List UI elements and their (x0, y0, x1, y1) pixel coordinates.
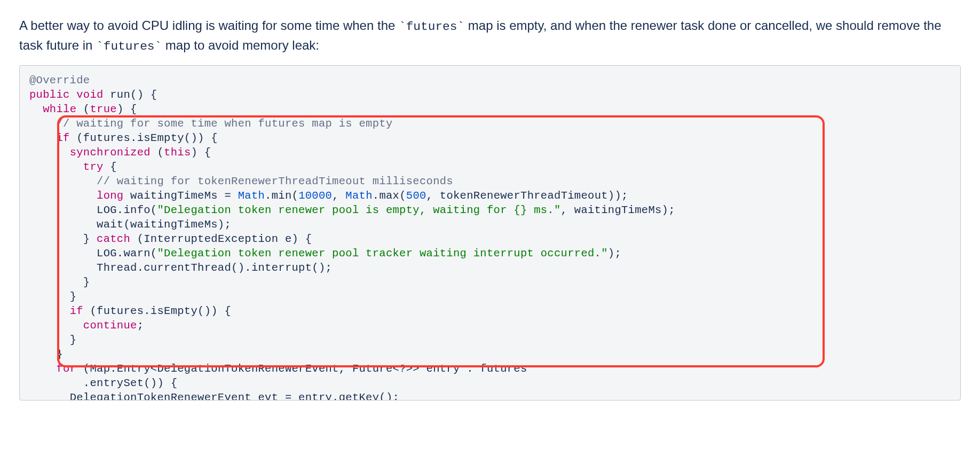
code-text: run() { (104, 89, 157, 101)
inline-code-futures-1: `futures` (399, 20, 464, 34)
code-indent (29, 117, 56, 130)
code-text: .entrySet()) { (83, 377, 177, 389)
code-content: @Override public void run() { while (tru… (20, 66, 960, 401)
code-text: } (70, 291, 77, 303)
code-keyword: this (164, 146, 191, 159)
code-text: LOG.info( (97, 204, 157, 216)
code-text: ( (151, 146, 164, 159)
code-keyword: for (56, 363, 76, 375)
code-text: , waitingTimeMs); (561, 204, 675, 216)
prose-text: A better way to avoid CPU idling is wait… (19, 18, 399, 33)
code-text: (Map.Entry<DelegationTokenRenewerEvent, … (76, 363, 527, 375)
code-indent (29, 132, 56, 144)
code-indent (29, 218, 97, 231)
code-text: ) { (191, 146, 211, 159)
page-root: A better way to avoid CPU idling is wait… (0, 0, 980, 401)
code-indent (29, 103, 43, 115)
code-text: LOG.warn( (97, 247, 157, 260)
code-text: waitingTimeMs = (123, 190, 238, 202)
code-annotation: @Override (29, 74, 90, 87)
code-class: Math (238, 190, 265, 202)
code-indent (29, 348, 56, 360)
code-text: } (56, 348, 63, 360)
code-text: .max( (373, 190, 406, 202)
code-indent (29, 190, 97, 202)
code-indent (29, 291, 70, 303)
code-keyword: catch (97, 233, 130, 245)
code-text: } (70, 334, 77, 346)
inline-code-futures-2: `futures` (96, 40, 162, 53)
code-indent (29, 247, 97, 260)
code-indent (29, 204, 97, 216)
code-string: "Delegation token renewer pool tracker w… (157, 247, 607, 260)
code-indent (29, 363, 56, 375)
code-comment: // waiting for some time when futures ma… (56, 117, 392, 130)
code-keyword: continue (83, 319, 137, 332)
code-text: } (83, 233, 97, 245)
code-indent (29, 377, 83, 389)
code-keyword: long (97, 190, 123, 202)
code-indent (29, 334, 70, 346)
code-keyword: try (83, 161, 104, 173)
code-indent (29, 262, 97, 274)
code-indent (29, 305, 70, 317)
code-number: 10000 (298, 190, 332, 202)
code-literal: true (90, 103, 116, 115)
code-indent (29, 391, 70, 401)
code-text: wait(waitingTimeMs); (97, 218, 231, 231)
code-indent (29, 146, 70, 159)
code-comment: // waiting for tokenRenewerThreadTimeout… (97, 175, 453, 187)
code-indent (29, 161, 83, 173)
code-text: ; (137, 319, 144, 332)
code-text: ) { (117, 103, 137, 115)
code-text: (futures.isEmpty()) { (70, 132, 218, 144)
code-indent (29, 276, 83, 288)
code-keyword: public (29, 89, 70, 101)
code-text: DelegationTokenRenewerEvent evt = entry.… (70, 391, 400, 401)
code-text: ); (608, 247, 621, 260)
code-keyword: if (56, 132, 69, 144)
code-text: , tokenRenewerThreadTimeout)); (426, 190, 628, 202)
code-number: 500 (406, 190, 426, 202)
code-indent (29, 175, 97, 187)
explanatory-paragraph: A better way to avoid CPU idling is wait… (19, 16, 961, 56)
code-keyword: void (76, 89, 103, 101)
code-text: { (104, 161, 117, 173)
code-indent (29, 233, 83, 245)
code-string: "Delegation token renewer pool is empty,… (157, 204, 560, 216)
code-text: , (332, 190, 345, 202)
prose-text: map to avoid memory leak: (162, 38, 319, 52)
code-text: } (83, 276, 90, 288)
code-indent (29, 319, 83, 332)
code-keyword: if (70, 305, 83, 317)
code-text: ( (76, 103, 90, 115)
code-text: Thread.currentThread().interrupt(); (97, 262, 332, 274)
code-class: Math (345, 190, 372, 202)
code-keyword: synchronized (70, 146, 151, 159)
code-text: .min( (265, 190, 298, 202)
code-text: (futures.isEmpty()) { (83, 305, 231, 317)
code-text: (InterruptedException e) { (130, 233, 312, 245)
code-block: @Override public void run() { while (tru… (19, 65, 961, 401)
code-keyword: while (43, 103, 76, 115)
